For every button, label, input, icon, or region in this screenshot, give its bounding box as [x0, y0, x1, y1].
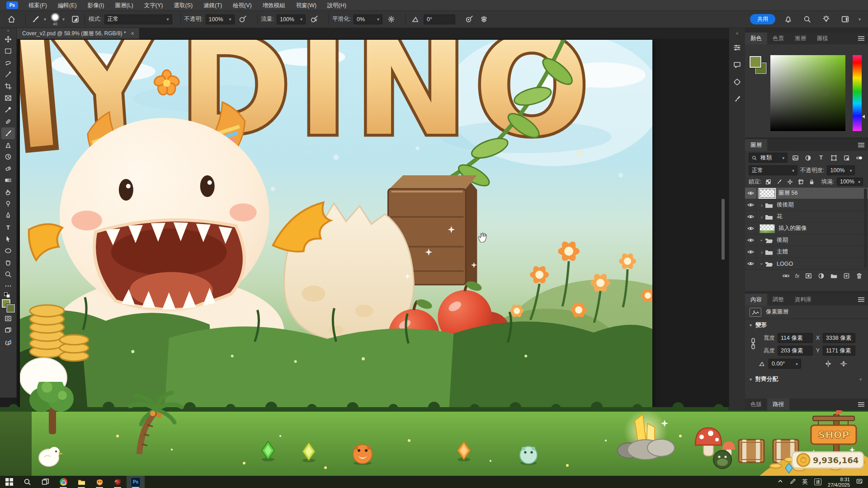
- layer-visibility-eye-icon[interactable]: [745, 199, 757, 211]
- rotation-input[interactable]: 0.00°▾: [769, 359, 801, 369]
- filter-toggle-icon[interactable]: [854, 153, 864, 162]
- layer-row-selected[interactable]: 圖層 56: [745, 188, 868, 199]
- flip-horizontal-icon[interactable]: [825, 360, 832, 367]
- tab-color[interactable]: 顏色: [745, 33, 767, 44]
- layer-row-group[interactable]: › 花: [745, 211, 868, 223]
- menu-item-view[interactable]: 檢視(V): [228, 0, 257, 11]
- group-collapse-icon[interactable]: ›: [759, 202, 765, 208]
- clone-stamp-tool[interactable]: [1, 139, 15, 151]
- canvas-vertical-scrollbar[interactable]: [722, 199, 725, 260]
- crop-tool[interactable]: [1, 80, 15, 92]
- shape-tool[interactable]: [1, 245, 15, 257]
- filter-type-layers-icon[interactable]: T: [816, 153, 826, 162]
- tray-pen-icon[interactable]: [790, 478, 796, 486]
- pressure-opacity-icon[interactable]: [237, 14, 249, 25]
- hand-tool[interactable]: [1, 257, 15, 268]
- canvas-document[interactable]: Y DINO: [20, 40, 652, 410]
- edit-toolbar-icon[interactable]: [1, 280, 15, 292]
- layer-style-fx-icon[interactable]: fx: [795, 273, 799, 279]
- tab-swatches[interactable]: 色票: [767, 33, 789, 44]
- lasso-tool[interactable]: [1, 57, 15, 69]
- comments-panel-icon[interactable]: [732, 59, 743, 70]
- default-colors-icon[interactable]: [3, 292, 13, 298]
- toolbar-expand-icon[interactable]: »: [7, 28, 9, 33]
- close-tab-icon[interactable]: ✕: [131, 31, 135, 37]
- foreground-color-swatch-panel[interactable]: [750, 56, 761, 68]
- brush-settings-panel-icon[interactable]: [732, 42, 743, 53]
- quick-mask-icon[interactable]: [1, 313, 15, 324]
- layer-visibility-eye-icon[interactable]: [745, 258, 757, 269]
- object-selection-tool[interactable]: [1, 69, 15, 80]
- layer-visibility-eye-icon[interactable]: [745, 235, 757, 246]
- tab-patterns[interactable]: 圖樣: [811, 33, 834, 44]
- link-layers-icon[interactable]: [783, 272, 789, 279]
- menu-item-window[interactable]: 視窗(W): [291, 0, 321, 11]
- taskbar-search-icon[interactable]: [18, 476, 36, 488]
- type-tool[interactable]: T: [1, 221, 15, 233]
- flow-select[interactable]: 100%▾: [277, 14, 306, 24]
- layers-scrollbar[interactable]: [864, 188, 867, 268]
- menu-item-file[interactable]: 檔案(F): [24, 0, 52, 11]
- pressure-size-icon[interactable]: [463, 14, 475, 25]
- tray-hidden-icons[interactable]: [777, 478, 783, 486]
- tab-layers[interactable]: 圖層: [745, 139, 767, 151]
- layers-panel-menu-icon[interactable]: [858, 143, 864, 147]
- adjustment-layer-icon[interactable]: [818, 272, 825, 279]
- dock-expand-icon[interactable]: «: [736, 31, 739, 36]
- path-selection-tool[interactable]: [1, 233, 15, 245]
- properties-panel-menu-icon[interactable]: [858, 297, 864, 302]
- filter-shape-layers-icon[interactable]: [829, 153, 839, 162]
- brush-angle-input[interactable]: 0°: [424, 14, 455, 24]
- align-section-header[interactable]: ▾對齊分配 ▾: [745, 373, 868, 385]
- background-color-swatch[interactable]: [6, 304, 15, 313]
- history-brush-tool[interactable]: [1, 151, 15, 163]
- group-expand-icon[interactable]: ›: [759, 261, 764, 267]
- brush-tool[interactable]: [1, 127, 15, 139]
- layer-visibility-eye-icon[interactable]: [745, 223, 757, 234]
- hue-slider[interactable]: [853, 55, 862, 131]
- workspace-switcher-icon[interactable]: [840, 14, 851, 25]
- smoothing-select[interactable]: 0%▾: [354, 14, 382, 24]
- layer-visibility-eye-icon[interactable]: [745, 211, 757, 222]
- tab-gradients[interactable]: 漸層: [789, 33, 811, 44]
- group-expand-icon[interactable]: ›: [759, 237, 764, 244]
- layer-row-group[interactable]: › 主體: [745, 246, 868, 258]
- lock-pixels-icon[interactable]: [775, 178, 783, 185]
- share-button[interactable]: 共用: [750, 14, 775, 24]
- discover-lightbulb-icon[interactable]: [821, 14, 832, 25]
- healing-brush-tool[interactable]: [1, 116, 15, 127]
- document-tab[interactable]: Cover_v2.psd @ 58.9% (圖層 56, RGB/8) * ✕: [17, 28, 140, 39]
- airbrush-icon[interactable]: [308, 14, 320, 25]
- file-explorer-taskbar-icon[interactable]: [72, 476, 90, 488]
- action-center-icon[interactable]: [856, 478, 863, 486]
- lock-artboard-icon[interactable]: [797, 178, 805, 185]
- link-dimensions-icon[interactable]: [750, 338, 756, 350]
- ime-mode-indicator[interactable]: 速: [814, 479, 821, 485]
- height-input[interactable]: 203 像素: [778, 346, 813, 356]
- paint-symmetry-icon[interactable]: [478, 14, 490, 25]
- tab-adjustments[interactable]: 調整: [767, 294, 789, 305]
- layer-thumbnail[interactable]: [760, 224, 775, 233]
- eyedropper-tool[interactable]: [1, 104, 15, 116]
- transform-section-header[interactable]: ▾變形: [745, 319, 868, 331]
- new-layer-icon[interactable]: [843, 272, 850, 279]
- tab-properties[interactable]: 內容: [745, 294, 767, 305]
- layer-mask-icon[interactable]: [805, 272, 812, 279]
- group-collapse-icon[interactable]: ›: [759, 249, 765, 255]
- layer-blend-mode-select[interactable]: 正常▾: [749, 165, 797, 175]
- opacity-select[interactable]: 100%▾: [206, 14, 235, 24]
- flip-vertical-icon[interactable]: [840, 360, 847, 367]
- zoom-tool[interactable]: [1, 268, 15, 280]
- tab-channels[interactable]: 色版: [745, 399, 767, 410]
- move-tool[interactable]: [1, 33, 15, 45]
- screen-mode-icon[interactable]: [1, 324, 15, 336]
- layer-fill-select[interactable]: 100%▾: [837, 178, 863, 186]
- width-input[interactable]: 114 像素: [778, 333, 813, 343]
- layer-row-pixel[interactable]: 插入的圖像: [745, 223, 868, 235]
- frame-tool[interactable]: [1, 92, 15, 104]
- layer-visibility-eye-icon[interactable]: [745, 246, 757, 258]
- hue-slider-marker[interactable]: [862, 115, 865, 118]
- pen-tool[interactable]: [1, 210, 15, 221]
- menu-item-select[interactable]: 選取(S): [169, 0, 198, 11]
- layer-visibility-eye-icon[interactable]: [745, 188, 757, 199]
